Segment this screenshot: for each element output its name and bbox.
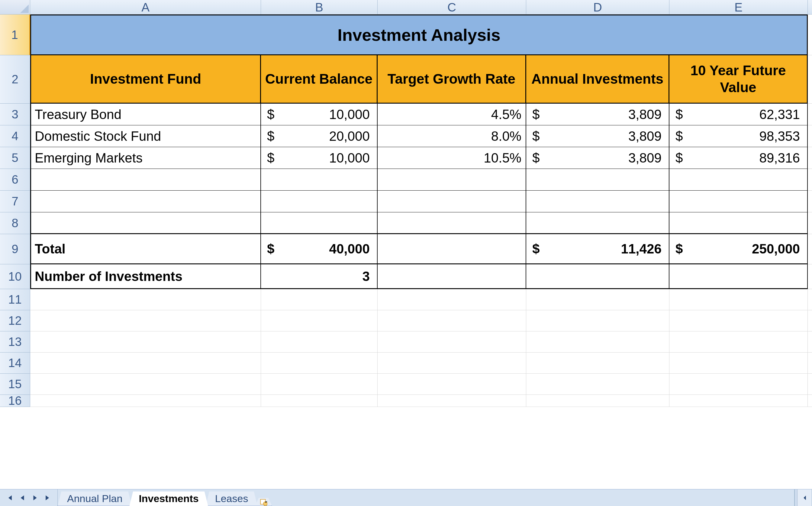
cell-rate-0[interactable]: 4.5%	[378, 104, 526, 125]
cell-partial[interactable]	[808, 395, 812, 407]
blank-cell[interactable]	[30, 331, 261, 352]
empty-cell[interactable]	[526, 191, 669, 213]
count-label[interactable]: Number of Investments	[30, 264, 261, 289]
empty-cell[interactable]	[378, 213, 526, 234]
row-header-6[interactable]: 6	[0, 169, 30, 191]
cell-fund-2[interactable]: Emerging Markets	[30, 147, 261, 169]
cell-partial[interactable]	[808, 104, 812, 125]
tab-scroll-divider[interactable]	[795, 489, 798, 506]
blank-cell[interactable]	[261, 310, 378, 331]
cell-partial[interactable]	[808, 289, 812, 310]
blank-cell[interactable]	[30, 395, 261, 407]
blank-cell[interactable]	[378, 374, 526, 395]
cell-rate-1[interactable]: 8.0%	[378, 125, 526, 147]
blank-cell[interactable]	[669, 310, 808, 331]
cell-annual-1[interactable]: $3,809	[526, 125, 669, 147]
last-sheet-button[interactable]	[42, 492, 53, 503]
col-header-c[interactable]: C	[378, 0, 526, 14]
total-balance[interactable]: $40,000	[261, 234, 378, 264]
next-sheet-button[interactable]	[29, 492, 40, 503]
sheet-tab-investments[interactable]: Investments	[129, 492, 208, 506]
blank-cell[interactable]	[669, 331, 808, 352]
empty-cell[interactable]	[526, 169, 669, 191]
header-c[interactable]: Target Growth Rate	[378, 55, 526, 104]
horizontal-scrollbar[interactable]	[794, 489, 812, 506]
total-future[interactable]: $250,000	[669, 234, 808, 264]
blank-cell[interactable]	[669, 374, 808, 395]
empty-cell[interactable]	[378, 191, 526, 213]
col-header-d[interactable]: D	[526, 0, 669, 14]
col-header-partial[interactable]	[808, 0, 812, 14]
cell-partial[interactable]	[808, 213, 812, 234]
cell-partial[interactable]	[808, 147, 812, 169]
row-header-4[interactable]: 4	[0, 125, 30, 147]
cell-future-2[interactable]: $89,316	[669, 147, 808, 169]
empty-cell[interactable]	[30, 169, 261, 191]
blank-cell[interactable]	[526, 331, 669, 352]
empty-cell[interactable]	[261, 191, 378, 213]
empty-cell[interactable]	[30, 191, 261, 213]
cell-fund-0[interactable]: Treasury Bond	[30, 104, 261, 125]
blank-cell[interactable]	[261, 331, 378, 352]
cell-rate-2[interactable]: 10.5%	[378, 147, 526, 169]
blank-cell[interactable]	[30, 374, 261, 395]
cell-annual-0[interactable]: $3,809	[526, 104, 669, 125]
cell-partial[interactable]	[808, 310, 812, 331]
row-header-14[interactable]: 14	[0, 352, 30, 374]
cell-annual-2[interactable]: $3,809	[526, 147, 669, 169]
row-header-13[interactable]: 13	[0, 331, 30, 352]
total-label[interactable]: Total	[30, 234, 261, 264]
cell-partial[interactable]	[808, 352, 812, 374]
blank-cell[interactable]	[378, 331, 526, 352]
cell-partial-1[interactable]	[808, 14, 812, 55]
row-header-5[interactable]: 5	[0, 147, 30, 169]
row-header-3[interactable]: 3	[0, 104, 30, 125]
row-header-7[interactable]: 7	[0, 191, 30, 213]
header-a[interactable]: Investment Fund	[30, 55, 261, 104]
blank-cell[interactable]	[526, 310, 669, 331]
cell-partial[interactable]	[808, 191, 812, 213]
empty-cell[interactable]	[669, 213, 808, 234]
blank-cell[interactable]	[526, 374, 669, 395]
prev-sheet-button[interactable]	[17, 492, 28, 503]
cell-partial[interactable]	[808, 169, 812, 191]
blank-cell[interactable]	[261, 289, 378, 310]
cell-partial[interactable]	[808, 374, 812, 395]
count-empty-3[interactable]	[526, 264, 669, 289]
header-b[interactable]: Current Balance	[261, 55, 378, 104]
col-header-e[interactable]: E	[669, 0, 808, 14]
empty-cell[interactable]	[261, 213, 378, 234]
blank-cell[interactable]	[526, 289, 669, 310]
sheet-tab-annual-plan[interactable]: Annual Plan	[58, 492, 132, 506]
blank-cell[interactable]	[669, 395, 808, 407]
blank-cell[interactable]	[261, 374, 378, 395]
cell-balance-0[interactable]: $10,000	[261, 104, 378, 125]
blank-cell[interactable]	[30, 289, 261, 310]
cell-fund-1[interactable]: Domestic Stock Fund	[30, 125, 261, 147]
empty-cell[interactable]	[261, 169, 378, 191]
blank-cell[interactable]	[261, 352, 378, 374]
blank-cell[interactable]	[378, 352, 526, 374]
row-header-12[interactable]: 12	[0, 310, 30, 331]
empty-cell[interactable]	[669, 169, 808, 191]
blank-cell[interactable]	[378, 289, 526, 310]
title-cell[interactable]: Investment Analysis	[30, 14, 808, 55]
row-header-15[interactable]: 15	[0, 374, 30, 395]
cell-balance-1[interactable]: $20,000	[261, 125, 378, 147]
blank-cell[interactable]	[30, 352, 261, 374]
blank-cell[interactable]	[261, 395, 378, 407]
row-header-2[interactable]: 2	[0, 55, 30, 104]
blank-cell[interactable]	[378, 310, 526, 331]
count-empty-4[interactable]	[669, 264, 808, 289]
count-value[interactable]: 3	[261, 264, 378, 289]
sheet-tab-leases[interactable]: Leases	[206, 492, 258, 506]
scroll-left-button[interactable]	[798, 489, 812, 506]
col-header-b[interactable]: B	[261, 0, 378, 14]
cell-future-0[interactable]: $62,331	[669, 104, 808, 125]
cell-future-1[interactable]: $98,353	[669, 125, 808, 147]
cell-partial-2[interactable]	[808, 55, 812, 104]
blank-cell[interactable]	[30, 310, 261, 331]
worksheet-grid[interactable]: ABCDE 12345678910111213141516 Investment…	[0, 0, 812, 489]
empty-cell[interactable]	[30, 213, 261, 234]
blank-cell[interactable]	[669, 289, 808, 310]
